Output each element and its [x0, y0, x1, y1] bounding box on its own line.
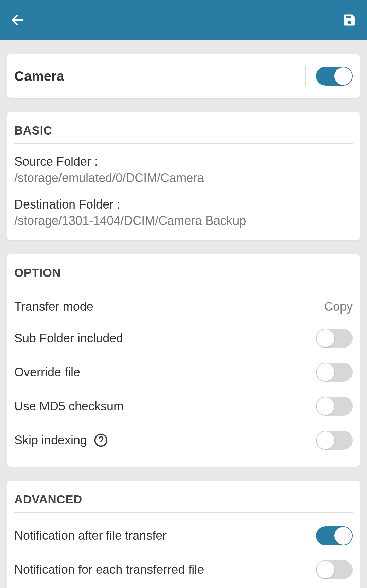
transfer-mode-label: Transfer mode — [14, 300, 93, 314]
svg-point-2 — [101, 443, 101, 444]
advanced-header: ADVANCED — [14, 491, 353, 513]
source-folder-label: Source Folder : — [14, 155, 353, 169]
option-card: OPTION Transfer mode Copy Sub Folder inc… — [7, 254, 360, 467]
advanced-card: ADVANCED Notification after file transfe… — [7, 481, 360, 588]
destination-folder-value: /storage/1301-1404/DCIM/Camera Backup — [14, 214, 353, 228]
source-folder-field[interactable]: Source Folder : /storage/emulated/0/DCIM… — [14, 150, 353, 195]
subfolder-row: Sub Folder included — [14, 321, 353, 355]
transfer-mode-value: Copy — [324, 300, 353, 314]
subfolder-label: Sub Folder included — [14, 331, 123, 345]
destination-folder-label: Destination Folder : — [14, 197, 353, 212]
notify-each-row: Notification for each transferred file — [14, 553, 353, 587]
source-folder-value: /storage/emulated/0/DCIM/Camera — [14, 171, 353, 185]
save-icon[interactable] — [342, 13, 357, 28]
override-toggle[interactable] — [316, 363, 353, 382]
notify-after-toggle[interactable] — [316, 526, 353, 545]
notify-after-row: Notification after file transfer — [14, 519, 353, 553]
option-header: OPTION — [14, 264, 353, 286]
md5-row: Use MD5 checksum — [14, 389, 353, 423]
basic-header: BASIC — [14, 122, 353, 144]
md5-label: Use MD5 checksum — [14, 399, 124, 413]
back-icon[interactable] — [10, 13, 25, 28]
top-app-bar — [0, 0, 367, 40]
skip-indexing-row: Skip indexing — [14, 423, 353, 457]
notify-each-toggle[interactable] — [316, 560, 353, 579]
notify-after-label: Notification after file transfer — [14, 529, 167, 543]
help-icon[interactable] — [94, 433, 108, 447]
transfer-mode-row[interactable]: Transfer mode Copy — [14, 292, 353, 321]
override-label: Override file — [14, 365, 80, 379]
notify-each-label: Notification for each transferred file — [14, 563, 204, 577]
override-row: Override file — [14, 355, 353, 389]
title-separator — [305, 66, 306, 86]
skip-indexing-label: Skip indexing — [14, 433, 87, 447]
destination-folder-field[interactable]: Destination Folder : /storage/1301-1404/… — [14, 195, 353, 231]
content-area: Camera BASIC Source Folder : /storage/em… — [0, 40, 367, 588]
md5-toggle[interactable] — [316, 397, 353, 416]
task-enabled-toggle[interactable] — [316, 67, 353, 86]
task-title: Camera — [14, 69, 64, 84]
subfolder-toggle[interactable] — [316, 329, 353, 348]
basic-card: BASIC Source Folder : /storage/emulated/… — [7, 112, 360, 240]
skip-indexing-toggle[interactable] — [316, 431, 353, 450]
title-card: Camera — [7, 54, 360, 98]
